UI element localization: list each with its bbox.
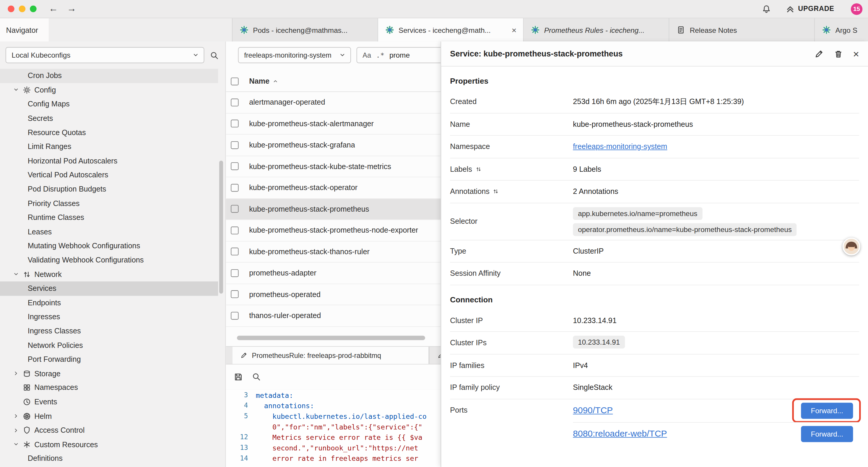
zoom-window-button[interactable] — [30, 6, 36, 12]
sidebar-item-ingress-classes[interactable]: Ingress Classes — [0, 324, 218, 338]
row-checkbox[interactable] — [231, 248, 239, 255]
helm-icon — [23, 412, 31, 420]
close-tab-icon[interactable]: × — [510, 25, 518, 35]
sidebar-item-access-control[interactable]: Access Control — [0, 423, 218, 437]
sidebar-item-runtime-classes[interactable]: Runtime Classes — [0, 210, 218, 225]
dock-tab-prometheusrule[interactable]: PrometheusRule: freeleaps-prod-rabbitmq — [232, 347, 429, 364]
avatar[interactable] — [843, 238, 860, 255]
sidebar-item-definitions[interactable]: Definitions — [0, 451, 218, 466]
expand-updown-icon[interactable] — [493, 188, 499, 195]
chevron-down-icon — [339, 52, 346, 59]
sidebar-item-endpoints[interactable]: Endpoints — [0, 296, 218, 310]
match-case-toggle[interactable]: Aa — [363, 51, 371, 59]
tab-prometheus-rules[interactable]: Prometheus Rules - icecheng... — [524, 18, 670, 42]
code-line: annotations: — [256, 401, 314, 411]
chevron-down-icon[interactable] — [13, 87, 19, 93]
sidebar-scrollbar[interactable] — [219, 161, 223, 294]
row-checkbox[interactable] — [231, 205, 239, 213]
chevron-right-icon[interactable] — [13, 427, 19, 433]
property-row-name: Name kube-prometheus-stack-prometheus — [450, 113, 859, 136]
row-checkbox[interactable] — [231, 312, 239, 320]
chevron-right-icon[interactable] — [13, 370, 19, 377]
search-icon[interactable] — [252, 372, 261, 381]
sidebar-item-priority-classes[interactable]: Priority Classes — [0, 196, 218, 210]
row-checkbox[interactable] — [231, 163, 239, 170]
code-line: kubectl.kubernetes.io/last-applied-co — [256, 411, 427, 422]
row-checkbox[interactable] — [231, 120, 239, 127]
tab-argo[interactable]: Argo S — [815, 18, 868, 42]
port-line: 8080:reloader-web/TCP Forward... — [573, 422, 859, 445]
namespace-link[interactable]: freeleaps-monitoring-system — [573, 143, 667, 151]
row-checkbox[interactable] — [231, 291, 239, 298]
tab-services[interactable]: Services - icecheng@math... × — [378, 18, 524, 42]
line-number: 5 — [226, 411, 255, 422]
row-checkbox[interactable] — [231, 226, 239, 234]
chevron-right-icon[interactable] — [13, 413, 19, 419]
sidebar-item-vertical-pod-autoscalers[interactable]: Vertical Pod Autoscalers — [0, 168, 218, 182]
sidebar-item-config-maps[interactable]: Config Maps — [0, 97, 218, 111]
row-checkbox[interactable] — [231, 98, 239, 106]
property-row-cluster-ips: Cluster IPs 10.233.14.91 — [450, 332, 859, 354]
namespace-filter-dropdown[interactable]: freeleaps-monitoring-system — [238, 47, 351, 63]
sidebar-item-network[interactable]: Network — [0, 267, 218, 282]
row-checkbox[interactable] — [231, 184, 239, 192]
sidebar-item-helm[interactable]: Helm — [0, 409, 218, 423]
sidebar-item-secrets[interactable]: Secrets — [0, 111, 218, 125]
custom-resources-icon — [23, 440, 31, 449]
property-row-namespace: Namespace freeleaps-monitoring-system — [450, 136, 859, 158]
sidebar-item-resource-quotas[interactable]: Resource Quotas — [0, 125, 218, 140]
sidebar-item-services[interactable]: Services — [0, 282, 218, 296]
sidebar-item-limit-ranges[interactable]: Limit Ranges — [0, 140, 218, 154]
close-window-button[interactable] — [8, 6, 14, 12]
search-icon[interactable] — [210, 51, 219, 59]
namespaces-icon — [23, 384, 31, 392]
sidebar-item-port-forwarding[interactable]: Port Forwarding — [0, 352, 218, 367]
row-checkbox[interactable] — [231, 269, 239, 276]
sidebar-item-config[interactable]: Config — [0, 83, 218, 97]
sidebar-item-cron-jobs[interactable]: Cron Jobs — [0, 68, 218, 83]
notification-count-badge[interactable]: 15 — [851, 3, 862, 14]
back-button[interactable]: ← — [49, 3, 58, 14]
sidebar-item-validating-webhook-configurations[interactable]: Validating Webhook Configurations — [0, 253, 218, 267]
select-all-checkbox[interactable] — [231, 77, 239, 85]
notifications-bell-icon[interactable] — [762, 4, 771, 13]
sidebar-item-storage[interactable]: Storage — [0, 367, 218, 381]
cluster-icon — [531, 25, 540, 34]
navigator-title: Navigator — [0, 18, 49, 42]
forward-button[interactable]: Forward... — [801, 403, 853, 418]
tab-pods[interactable]: Pods - icecheng@mathmas... — [232, 18, 378, 42]
sidebar-item-custom-resources[interactable]: Custom Resources — [0, 437, 218, 451]
save-icon[interactable] — [234, 372, 243, 382]
expand-updown-icon[interactable] — [475, 166, 482, 173]
sidebar-item-ingresses[interactable]: Ingresses — [0, 310, 218, 324]
row-checkbox[interactable] — [231, 141, 239, 149]
upgrade-icon — [785, 4, 795, 13]
cluster-icon — [385, 25, 394, 34]
port-link-9090[interactable]: 9090/TCP — [573, 406, 613, 415]
sidebar-item-mutating-webhook-configurations[interactable]: Mutating Webhook Configurations — [0, 239, 218, 253]
edit-pencil-icon[interactable] — [814, 49, 824, 59]
sidebar-item-pod-disruption-budgets[interactable]: Pod Disruption Budgets — [0, 182, 218, 196]
delete-trash-icon[interactable] — [834, 49, 843, 59]
chevron-down-icon[interactable] — [13, 441, 19, 447]
chevron-down-icon[interactable] — [13, 271, 19, 278]
kubeconfig-selector[interactable]: Local Kubeconfigs — [6, 47, 205, 63]
sidebar-item-namespaces[interactable]: Namespaces — [0, 381, 218, 395]
close-icon[interactable]: × — [853, 49, 859, 59]
forward-button[interactable]: → — [67, 3, 76, 14]
forward-button[interactable]: Forward... — [801, 426, 853, 442]
upgrade-button[interactable]: UPGRADE — [785, 4, 834, 13]
sidebar-item-events[interactable]: Events — [0, 395, 218, 409]
access-control-shield-icon — [23, 426, 31, 435]
config-icon — [23, 86, 31, 94]
name-column-header[interactable]: Name — [249, 77, 278, 85]
sidebar-item-leases[interactable]: Leases — [0, 225, 218, 239]
service-details-drawer: Service: kube-prometheus-stack-prometheu… — [440, 42, 868, 467]
minimize-window-button[interactable] — [19, 6, 25, 12]
sidebar-item-network-policies[interactable]: Network Policies — [0, 338, 218, 352]
upgrade-label: UPGRADE — [798, 5, 834, 13]
regex-toggle[interactable]: .* — [376, 51, 384, 59]
port-link-8080[interactable]: 8080:reloader-web/TCP — [573, 429, 667, 439]
sidebar-item-horizontal-pod-autoscalers[interactable]: Horizontal Pod Autoscalers — [0, 154, 218, 168]
tab-release-notes[interactable]: Release Notes — [669, 18, 815, 42]
